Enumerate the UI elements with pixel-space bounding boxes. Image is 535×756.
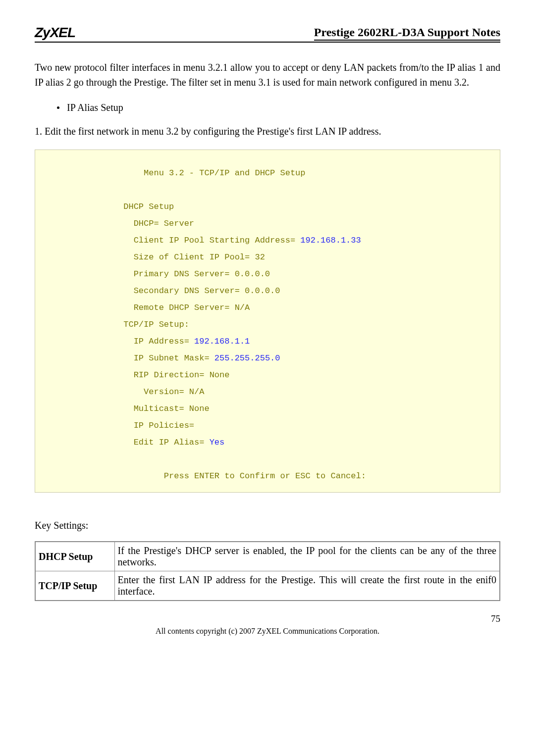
intro-paragraph: Two new protocol filter interfaces in me…: [35, 60, 500, 90]
terminal-block: Menu 3.2 - TCP/IP and DHCP Setup DHCP Se…: [35, 150, 500, 493]
terminal-line: IP Policies=: [43, 421, 194, 430]
settings-table: DHCP Setup If the Prestige's DHCP server…: [35, 541, 500, 601]
table-row: DHCP Setup If the Prestige's DHCP server…: [35, 542, 500, 571]
terminal-line: Multicast= None: [43, 404, 210, 413]
tcpip-setup-desc: Enter the first LAN IP address for the P…: [114, 571, 500, 601]
terminal-value: 255.255.255.0: [214, 353, 280, 363]
bullet-item: IP Alias Setup: [57, 102, 500, 113]
terminal-line: Edit IP Alias=: [43, 438, 210, 447]
terminal-line: DHCP= Server: [43, 219, 194, 228]
terminal-value: 192.168.1.1: [194, 337, 250, 346]
page-title: Prestige 2602RL-D3A Support Notes: [314, 26, 500, 41]
terminal-line: Client IP Pool Starting Address=: [43, 236, 300, 245]
logo: ZyXEL: [35, 25, 75, 41]
terminal-line: TCP/IP Setup:: [43, 320, 189, 329]
dhcp-setup-desc: If the Prestige's DHCP server is enabled…: [114, 542, 500, 571]
terminal-line: Remote DHCP Server= N/A: [43, 303, 250, 312]
page-header: ZyXEL Prestige 2602RL-D3A Support Notes: [35, 25, 500, 43]
terminal-value: 192.168.1.33: [300, 236, 361, 245]
terminal-title: Menu 3.2 - TCP/IP and DHCP Setup: [43, 168, 306, 178]
terminal-line: IP Subnet Mask=: [43, 353, 214, 363]
page-number: 75: [35, 613, 500, 624]
terminal-value: Yes: [210, 438, 225, 447]
tcpip-setup-label: TCP/IP Setup: [35, 571, 114, 601]
terminal-line: IP Address=: [43, 337, 194, 346]
step-1: 1. Edit the first network in menu 3.2 by…: [35, 126, 500, 137]
table-row: TCP/IP Setup Enter the first LAN IP addr…: [35, 571, 500, 601]
terminal-line: Size of Client IP Pool= 32: [43, 252, 265, 262]
terminal-line: Version= N/A: [43, 387, 204, 397]
key-settings-label: Key Settings:: [35, 520, 500, 531]
terminal-footer: Press ENTER to Confirm or ESC to Cancel:: [43, 471, 366, 481]
terminal-line: DHCP Setup: [43, 202, 174, 211]
bullet-icon: [57, 106, 59, 109]
bullet-text: IP Alias Setup: [67, 102, 123, 113]
dhcp-setup-label: DHCP Setup: [35, 542, 114, 571]
terminal-line: Secondary DNS Server= 0.0.0.0: [43, 286, 280, 296]
copyright-footer: All contents copyright (c) 2007 ZyXEL Co…: [35, 627, 500, 636]
terminal-line: RIP Direction= None: [43, 370, 229, 380]
terminal-line: Primary DNS Server= 0.0.0.0: [43, 269, 270, 279]
